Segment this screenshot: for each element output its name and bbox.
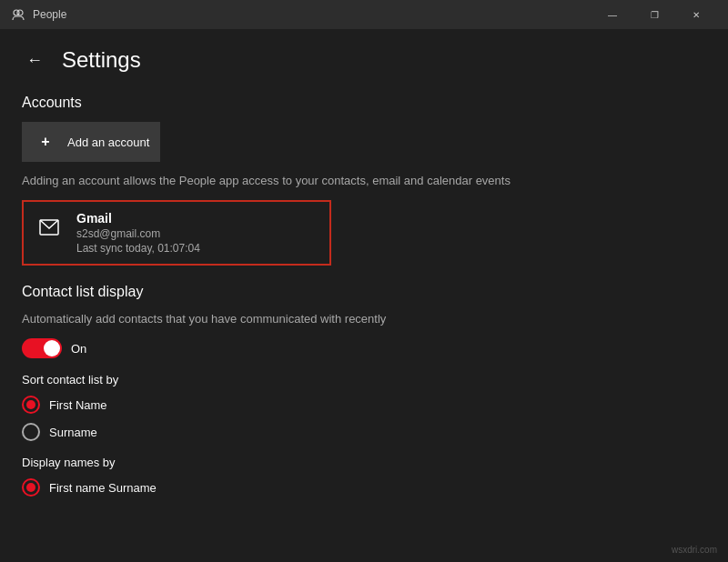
accounts-section-title: Accounts — [22, 95, 706, 111]
title-bar-left: People — [11, 7, 66, 22]
maximize-button[interactable]: ❐ — [633, 0, 675, 29]
gmail-account-card[interactable]: Gmail s2sd@gmail.com Last sync today, 01… — [22, 200, 331, 266]
radio-first-name[interactable]: First Name — [22, 396, 706, 414]
window-controls: — ❐ ✕ — [592, 0, 717, 29]
watermark: wsxdri.com — [672, 545, 717, 555]
toggle-label: On — [71, 342, 86, 356]
gmail-sync-text: Last sync today, 01:07:04 — [76, 242, 200, 255]
radio-surname[interactable]: Surname — [22, 423, 706, 441]
add-account-label: Add an account — [67, 135, 149, 149]
radio-surname-outer — [22, 423, 40, 441]
add-account-button[interactable]: + Add an account — [22, 122, 160, 162]
radio-first-name-surname-outer — [22, 478, 40, 497]
radio-first-name-surname-label: First name Surname — [49, 481, 157, 495]
radio-surname-label: Surname — [49, 426, 97, 439]
radio-first-name-surname[interactable]: First name Surname — [22, 478, 706, 497]
radio-first-name-outer — [22, 396, 40, 414]
gmail-icon — [35, 213, 64, 242]
app-title: People — [33, 8, 66, 21]
page-title: Settings — [62, 47, 141, 73]
display-names-title: Display names by — [22, 456, 706, 469]
auto-add-toggle[interactable] — [22, 338, 62, 358]
settings-header: ← Settings — [22, 47, 706, 73]
title-bar: People — ❐ ✕ — [0, 0, 728, 29]
svg-point-1 — [17, 10, 23, 15]
contact-list-description: Automatically add contacts that you have… — [22, 311, 706, 327]
gmail-account-name: Gmail — [76, 211, 200, 226]
minimize-button[interactable]: — — [592, 0, 633, 29]
toggle-row: On — [22, 338, 706, 358]
sort-by-title: Sort contact list by — [22, 373, 706, 386]
toggle-knob — [44, 340, 60, 356]
gmail-account-email: s2sd@gmail.com — [76, 227, 200, 240]
back-button[interactable]: ← — [22, 47, 47, 73]
contact-list-section-title: Contact list display — [22, 284, 706, 300]
close-button[interactable]: ✕ — [675, 0, 717, 29]
main-content: ← Settings Accounts + Add an account Add… — [0, 29, 728, 562]
radio-first-name-surname-inner — [26, 483, 35, 492]
gmail-account-info: Gmail s2sd@gmail.com Last sync today, 01… — [76, 211, 200, 255]
add-icon: + — [33, 129, 58, 155]
accounts-description: Adding an account allows the People app … — [22, 173, 706, 189]
app-icon — [11, 7, 25, 22]
radio-first-name-inner — [26, 400, 35, 409]
radio-first-name-label: First Name — [49, 398, 107, 412]
